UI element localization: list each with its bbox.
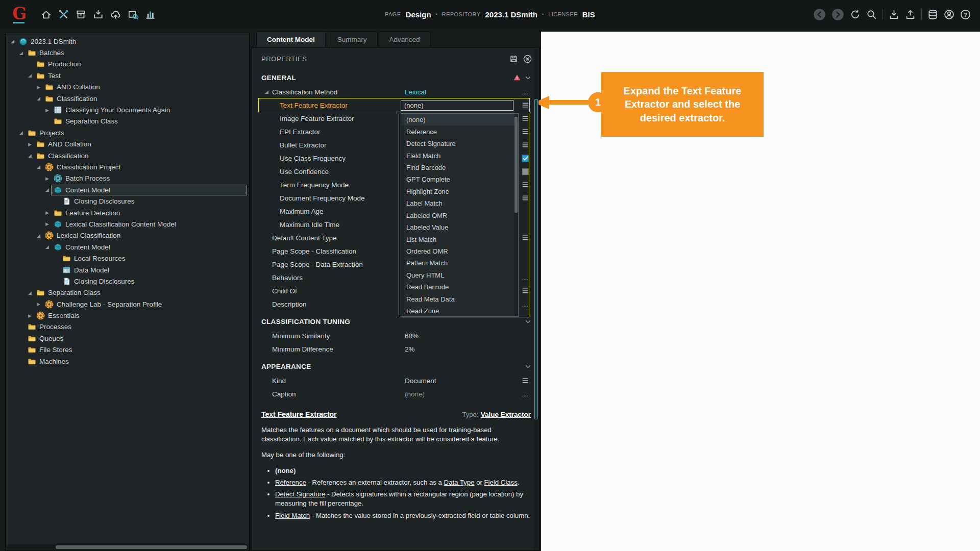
back-icon[interactable]	[813, 8, 826, 21]
property-row-text-feature-extractor[interactable]: Text Feature Extractor(none)	[252, 98, 539, 112]
tree-item-lexical-classification-content-model[interactable]: ▶Lexical Classification Content Model	[7, 218, 248, 230]
collapse-icon[interactable]: ◢	[35, 164, 42, 169]
tree-item-closing-disclosures[interactable]: Closing Disclosures	[7, 276, 248, 287]
save-icon[interactable]	[509, 55, 518, 63]
help-link[interactable]: Data Type	[444, 479, 475, 486]
tree-item-and-collation[interactable]: ▶AND Collation	[7, 139, 248, 150]
collapse-icon[interactable]: ◢	[17, 51, 25, 56]
refresh-icon[interactable]	[850, 9, 861, 20]
dropdown-item-labeled-value[interactable]: Labeled Value	[401, 221, 518, 233]
tab-content-model[interactable]: Content Model	[256, 32, 326, 47]
database-icon[interactable]	[927, 9, 938, 20]
section-collapse-icon[interactable]	[525, 363, 531, 370]
dropdown-item-read-barcode[interactable]: Read Barcode	[401, 281, 518, 293]
upload-icon[interactable]	[905, 9, 916, 20]
user-icon[interactable]	[944, 9, 954, 20]
tree-item-essentials[interactable]: ▶Essentials	[7, 310, 248, 321]
tree-item-and-collation[interactable]: ▶AND Collation	[7, 82, 248, 93]
dropdown-item-labeled-omr[interactable]: Labeled OMR	[401, 210, 518, 221]
dropdown-item-find-barcode[interactable]: Find Barcode	[401, 162, 518, 173]
help-link[interactable]: Detect Signature	[275, 490, 325, 498]
dropdown-item-field-match[interactable]: Field Match	[401, 149, 518, 161]
tree-item-projects[interactable]: ◢Projects	[7, 127, 248, 138]
tree-item-classification[interactable]: ◢Classification	[7, 93, 248, 104]
tree-item-classifying-your-documents-again[interactable]: ▶Classifying Your Documents Again	[7, 104, 248, 115]
tab-summary[interactable]: Summary	[327, 32, 378, 47]
tree-item-test[interactable]: ◢Test	[7, 70, 248, 81]
tree-item-file-stores[interactable]: File Stores	[7, 344, 248, 356]
tree-item-classification-project[interactable]: ◢Classification Project	[7, 161, 248, 172]
scrollbar-thumb[interactable]	[534, 99, 538, 419]
forward-icon[interactable]	[831, 8, 844, 21]
dropdown-scrollbar[interactable]	[514, 114, 518, 316]
tree-item-batches[interactable]: ◢Batches	[7, 47, 248, 58]
collapse-icon[interactable]: ◢	[43, 187, 51, 192]
dropdown-item-ordered-omr[interactable]: Ordered OMR	[401, 245, 518, 257]
help-link[interactable]: Reference	[275, 479, 306, 486]
menu-icon[interactable]	[522, 378, 529, 384]
expand-icon[interactable]: ▶	[35, 85, 42, 90]
collapse-icon[interactable]: ◢	[26, 153, 34, 158]
repository-value[interactable]: 2023.1 DSmith	[485, 10, 537, 19]
dropdown-item-detect-signature[interactable]: Detect Signature	[401, 138, 518, 149]
download-icon[interactable]	[889, 9, 899, 20]
grooper-logo[interactable]: G	[10, 4, 29, 25]
tree-item-production[interactable]: Production	[7, 59, 248, 70]
dropdown-item-read-meta-data[interactable]: Read Meta Data	[401, 293, 518, 305]
expand-icon[interactable]: ▶	[43, 108, 51, 113]
cloud-upload-icon[interactable]	[110, 9, 121, 20]
tree-item-content-model[interactable]: ◢Content Model	[7, 184, 248, 195]
section-collapse-icon[interactable]	[525, 74, 531, 81]
property-row-kind[interactable]: KindDocument	[252, 374, 539, 387]
dropdown-item-none[interactable]: (none)	[401, 114, 518, 126]
tree-item-challenge-lab-separation-profile[interactable]: ▶Challenge Lab - Separation Profile	[7, 298, 248, 310]
scrollbar-thumb[interactable]	[514, 117, 518, 213]
tree-item-2023-1-dsmith[interactable]: ◢2023.1 DSmith	[7, 36, 248, 47]
extractor-combo-input[interactable]: (none)	[401, 100, 513, 111]
collapse-icon[interactable]: ◢	[9, 39, 16, 44]
scrollbar-thumb[interactable]	[56, 545, 247, 549]
tree-item-separation-class[interactable]: ◢Separation Class	[7, 287, 248, 298]
close-icon[interactable]	[523, 55, 532, 63]
property-row-caption[interactable]: Caption(none)…	[252, 387, 539, 400]
dropdown-item-read-zone[interactable]: Read Zone	[401, 305, 518, 317]
dropdown-item-list-match[interactable]: List Match	[401, 233, 518, 245]
collapse-icon[interactable]: ◢	[26, 73, 34, 78]
tools-icon[interactable]	[58, 9, 69, 20]
property-row-minimum-similarity[interactable]: Minimum Similarity60%	[252, 329, 539, 342]
dropdown-item-pattern-match[interactable]: Pattern Match	[401, 257, 518, 269]
collapse-icon[interactable]: ◢	[35, 233, 42, 238]
expand-icon[interactable]: ▶	[43, 176, 51, 181]
ellipsis-button[interactable]: …	[522, 390, 529, 398]
properties-scrollbar[interactable]	[534, 48, 538, 550]
section-header-general[interactable]: GENERAL	[252, 70, 539, 85]
help-link[interactable]: Field Class	[484, 479, 518, 486]
help-icon[interactable]: ?	[960, 9, 971, 20]
tree-horizontal-scrollbar[interactable]	[6, 544, 249, 550]
tree-item-closing-disclosures[interactable]: Closing Disclosures	[7, 195, 248, 207]
archive-icon[interactable]	[76, 9, 86, 20]
search-icon[interactable]	[866, 9, 877, 20]
tree-item-lexical-classification[interactable]: ◢Lexical Classification	[7, 230, 248, 241]
property-row-classification-method[interactable]: ◢Classification MethodLexical…	[252, 85, 539, 98]
dropdown-item-query-html[interactable]: Query HTML	[401, 269, 518, 281]
tab-advanced[interactable]: Advanced	[379, 32, 431, 47]
expand-icon[interactable]: ▶	[43, 221, 51, 227]
collapse-icon[interactable]: ◢	[26, 290, 34, 295]
expand-icon[interactable]: ▶	[26, 142, 34, 147]
expand-icon[interactable]: ▶	[35, 302, 42, 307]
tree-item-processes[interactable]: Processes	[7, 321, 248, 333]
tree-item-content-model[interactable]: ◢Content Model	[7, 241, 248, 253]
collapse-icon[interactable]: ◢	[265, 89, 272, 94]
tree-item-machines[interactable]: Machines	[7, 356, 248, 367]
tree-item-batch-process[interactable]: ▶Batch Process	[7, 173, 248, 184]
ellipsis-button[interactable]: …	[522, 88, 529, 96]
dropdown-item-highlight-zone[interactable]: Highlight Zone	[401, 186, 518, 197]
dropdown-item-label-match[interactable]: Label Match	[401, 197, 518, 209]
bar-chart-icon[interactable]	[145, 9, 156, 20]
tree-item-data-model[interactable]: Data Model	[7, 264, 248, 276]
help-link[interactable]: Field Match	[275, 512, 310, 519]
property-row-minimum-difference[interactable]: Minimum Difference2%	[252, 342, 539, 356]
menu-icon[interactable]	[522, 102, 529, 108]
expand-icon[interactable]: ▶	[43, 210, 51, 215]
